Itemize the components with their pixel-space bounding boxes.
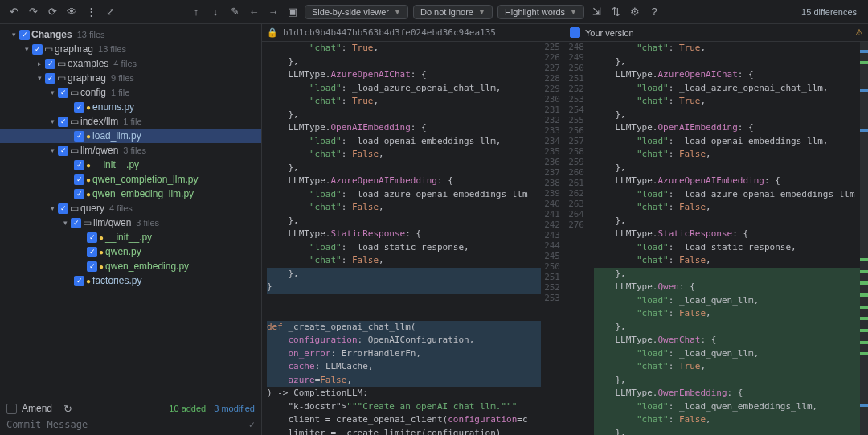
checkbox[interactable]: ✓: [71, 218, 81, 228]
tree-label: factories.py: [92, 275, 141, 286]
tree-node-llmqwen2[interactable]: ▾ ✓ ▭ llm/qwen 3 files: [0, 215, 261, 230]
tree-label: qwen_embeding.py: [105, 261, 189, 272]
prev-diff-icon[interactable]: ↑: [189, 5, 203, 19]
layout-icon[interactable]: ▣: [285, 5, 300, 19]
undo-icon[interactable]: ↶: [6, 5, 21, 19]
refresh-icon[interactable]: ⟳: [45, 5, 59, 19]
python-icon: ●: [86, 132, 91, 141]
checkbox[interactable]: ✓: [87, 232, 97, 243]
changes-sidebar: ▾ ✓ Changes 13 files ▾ ✓ ▭ graphrag 13 f…: [0, 24, 262, 435]
checkmark-icon: ✓: [249, 419, 255, 430]
forward-icon[interactable]: →: [266, 5, 280, 19]
commit-message-input[interactable]: Commit Message ✓: [6, 419, 255, 430]
edit-icon[interactable]: ✎: [227, 5, 242, 19]
chevron-down-icon: ▼: [570, 8, 577, 16]
tree-label: llm/qwen: [80, 145, 118, 156]
checkbox[interactable]: ✓: [74, 102, 84, 113]
tree-label: qwen_completion_llm.py: [92, 174, 198, 185]
tree-label: query: [80, 203, 104, 214]
tree-file-qwen-completion[interactable]: ✓ ● qwen_completion_llm.py: [0, 172, 261, 187]
checkbox[interactable]: ✓: [58, 117, 68, 127]
ignore-mode-dropdown[interactable]: Do not ignore ▼: [413, 5, 493, 19]
eye-icon[interactable]: 👁: [64, 5, 79, 19]
expand-icon[interactable]: ⤢: [103, 5, 117, 19]
checkbox[interactable]: ✓: [19, 30, 30, 40]
tree-label: load_llm.py: [92, 130, 141, 142]
checkbox[interactable]: ✓: [87, 247, 97, 257]
tree-node-examples[interactable]: ▸ ✓ ▭ examples 4 files: [0, 56, 261, 71]
tree-file-qwen[interactable]: ✓ ● qwen.py: [0, 244, 261, 259]
sync-icon[interactable]: ⇅: [608, 5, 623, 19]
tree-node-llmqwen[interactable]: ▾ ✓ ▭ llm/qwen 3 files: [0, 143, 261, 158]
checkbox[interactable]: ✓: [74, 276, 84, 286]
checkbox[interactable]: ✓: [32, 44, 43, 55]
right-pane[interactable]: "chat": True, }, LLMType.AzureOpenAIChat…: [589, 42, 868, 435]
chevron-right-icon[interactable]: ▸: [35, 60, 43, 68]
checkbox[interactable]: ✓: [74, 160, 84, 170]
tree-node-indexllm[interactable]: ▾ ✓ ▭ index/llm 1 file: [0, 114, 261, 129]
tree-node-graphrag[interactable]: ▾ ✓ ▭ graphrag 13 files: [0, 42, 261, 56]
tree-label: index/llm: [80, 116, 118, 127]
collapse-icon[interactable]: ⇲: [589, 5, 604, 19]
tree-file-factories[interactable]: ✓ ● factories.py: [0, 273, 261, 288]
history-icon[interactable]: ↻: [60, 401, 75, 416]
diff-count: 15 differences: [801, 7, 862, 17]
checkbox[interactable]: ✓: [45, 59, 55, 69]
gear-icon[interactable]: ⚙: [628, 5, 642, 19]
tree-label: qwen.py: [105, 246, 141, 257]
back-icon[interactable]: ←: [247, 5, 261, 19]
checkbox[interactable]: ✓: [74, 189, 84, 199]
viewer-mode-dropdown[interactable]: Side-by-side viewer ▼: [305, 5, 408, 19]
tree-file-qwen-embeding2[interactable]: ✓ ● qwen_embeding.py: [0, 259, 261, 273]
chevron-down-icon[interactable]: ▾: [48, 88, 56, 96]
chevron-down-icon[interactable]: ▾: [35, 74, 43, 82]
tree-file-init1[interactable]: ✓ ● __init__.py: [0, 158, 261, 172]
tree-file-qwen-embedding[interactable]: ✓ ● qwen_embeding_llm.py: [0, 187, 261, 201]
help-icon[interactable]: ?: [647, 5, 661, 19]
checkbox[interactable]: ✓: [58, 146, 68, 156]
tree-file-loadllm[interactable]: ✓ ● load_llm.py: [0, 129, 261, 143]
tree-file-enums[interactable]: ✓ ● enums.py: [0, 100, 261, 114]
marker-stripe[interactable]: [860, 42, 868, 435]
tree-label: enums.py: [92, 101, 134, 113]
chevron-down-icon[interactable]: ▾: [48, 146, 56, 154]
tree-node-query[interactable]: ▾ ✓ ▭ query 4 files: [0, 201, 261, 215]
left-pane[interactable]: "chat": True, }, LLMType.AzureOpenAIChat…: [262, 42, 541, 435]
viewer-mode-label: Side-by-side viewer: [312, 7, 389, 17]
chevron-down-icon[interactable]: ▾: [61, 219, 69, 227]
amend-checkbox[interactable]: [6, 404, 17, 414]
chevron-down-icon[interactable]: ▾: [23, 45, 31, 53]
checkbox[interactable]: ✓: [87, 261, 97, 272]
next-diff-icon[interactable]: ↓: [208, 5, 223, 19]
tree-label: graphrag: [68, 72, 106, 84]
settings-icon[interactable]: ⋮: [84, 5, 98, 19]
tree-label: graphrag: [55, 43, 93, 55]
modified-count: 3 modified: [214, 404, 255, 413]
left-revision-sha: b1d1cb9b4b447bb563b4d3fe024ebd36c94ea135: [283, 27, 496, 38]
chevron-down-icon[interactable]: ▾: [48, 204, 56, 212]
checkbox[interactable]: ✓: [58, 203, 68, 214]
checkbox[interactable]: ✓: [45, 73, 55, 84]
python-icon: ●: [86, 103, 91, 112]
python-icon: ●: [86, 190, 91, 199]
tree-node-graphrag2[interactable]: ▾ ✓ ▭ graphrag 9 files: [0, 71, 261, 85]
checkbox[interactable]: ✓: [74, 174, 84, 185]
chevron-down-icon[interactable]: ▾: [48, 117, 56, 125]
folder-icon: ▭: [70, 87, 79, 98]
tree-label: __init__.py: [105, 232, 152, 243]
tree-file-init2[interactable]: ✓ ● __init__.py: [0, 230, 261, 244]
right-checkbox[interactable]: [570, 27, 580, 38]
diff-header: 🔒 b1d1cb9b4b447bb563b4d3fe024ebd36c94ea1…: [262, 24, 868, 42]
redo-icon[interactable]: ↷: [26, 5, 40, 19]
python-icon: ●: [86, 161, 91, 170]
highlight-mode-dropdown[interactable]: Highlight words ▼: [497, 5, 584, 19]
warning-icon[interactable]: ⚠: [855, 27, 863, 38]
tree-node-config[interactable]: ▾ ✓ ▭ config 1 file: [0, 85, 261, 100]
tree-node-changes[interactable]: ▾ ✓ Changes 13 files: [0, 27, 261, 42]
tree-label: Changes: [31, 29, 72, 40]
chevron-down-icon[interactable]: ▾: [10, 31, 18, 39]
checkbox[interactable]: ✓: [58, 88, 68, 98]
commit-placeholder: Commit Message: [6, 419, 88, 430]
checkbox[interactable]: ✓: [74, 131, 84, 142]
highlight-mode-label: Highlight words: [505, 7, 565, 17]
